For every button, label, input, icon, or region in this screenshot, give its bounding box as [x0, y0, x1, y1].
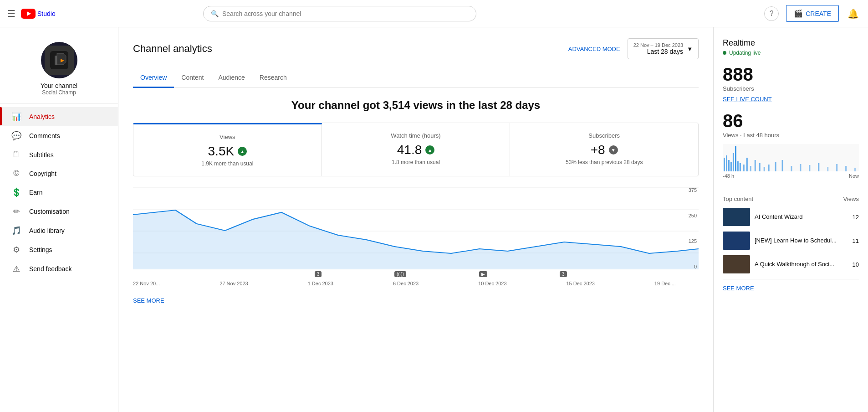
svg-rect-27 — [800, 164, 801, 171]
date-range-period: 22 Nov – 19 Dec 2023 — [633, 42, 683, 48]
sidebar-item-label-earn: Earn — [29, 189, 43, 196]
sidebar-item-analytics[interactable]: 📊Analytics — [0, 107, 118, 126]
svg-rect-30 — [827, 167, 828, 171]
tab-content[interactable]: Content — [174, 68, 211, 88]
top-nav: ☰ Studio 🔍 ? 🎬 CREATE 🔔 — [0, 0, 868, 27]
help-icon[interactable]: ? — [764, 6, 779, 21]
customisation-icon: ✏ — [11, 206, 22, 216]
sidebar-item-copyright[interactable]: ©Copyright — [0, 164, 118, 183]
advanced-mode-link[interactable]: ADVANCED MODE — [568, 46, 620, 52]
svg-rect-9 — [724, 158, 725, 171]
subscribers-down-badge: ▼ — [609, 145, 618, 154]
create-button[interactable]: 🎬 CREATE — [786, 5, 839, 22]
date-range-text: 22 Nov – 19 Dec 2023 Last 28 days — [633, 42, 683, 55]
nav-item-wrap-earn: 💲Earn — [0, 183, 118, 202]
hamburger-icon[interactable]: ☰ — [7, 8, 15, 19]
views-heading: Your channel got 3,514 views in the last… — [133, 99, 699, 112]
realtime-title: Realtime — [723, 38, 859, 48]
subscribers-count: 888 — [723, 65, 859, 83]
content-item-1: AI Content Wizard 12 — [723, 208, 859, 226]
search-input[interactable] — [222, 10, 469, 17]
stat-value-row-watch-time: 41.8 ▲ — [397, 143, 435, 157]
chart-svg — [133, 187, 699, 269]
chevron-down-icon: ▼ — [687, 46, 693, 52]
sidebar-item-label-audio-library: Audio library — [29, 227, 65, 234]
content-info-2: [NEW] Learn How to Schedul... — [755, 237, 848, 245]
stat-card-subscribers[interactable]: Subscribers +8 ▼ 53% less than previous … — [510, 123, 698, 176]
nav-items: 📊Analytics💬Comments🗒Subtitles©Copyright💲… — [0, 107, 118, 278]
views-col-header: Views — [843, 196, 859, 202]
views-48h-label: Views · Last 48 hours — [723, 132, 859, 139]
chart-with-axis: 375 250 125 0 — [133, 187, 699, 269]
yt-studio-logo[interactable]: Studio — [21, 9, 56, 19]
time-label-right: Now — [849, 173, 859, 179]
sidebar-item-comments[interactable]: 💬Comments — [0, 126, 118, 145]
date-range-selector[interactable]: 22 Nov – 19 Dec 2023 Last 28 days ▼ — [628, 38, 699, 59]
x-label-4: 6 Dec 2023 — [393, 281, 419, 286]
content-item-2: [NEW] Learn How to Schedul... 11 — [723, 232, 859, 250]
svg-rect-13 — [733, 153, 734, 171]
content-views-1: 12 — [853, 214, 859, 221]
sidebar-item-label-subtitles: Subtitles — [29, 151, 54, 159]
y-label-375: 375 — [689, 187, 697, 193]
stat-value-views: 3.5K — [208, 144, 235, 159]
sidebar-item-subtitles[interactable]: 🗒Subtitles — [0, 145, 118, 164]
sidebar-item-earn[interactable]: 💲Earn — [0, 183, 118, 202]
content-info-3: A Quick Walkthrough of Soci... — [755, 261, 848, 268]
sidebar: Your channel Social Champ 📊Analytics💬Com… — [0, 27, 118, 412]
tab-audience[interactable]: Audience — [211, 68, 252, 88]
svg-rect-19 — [750, 166, 751, 171]
stat-change-views: 1.9K more than usual — [201, 160, 253, 167]
nav-item-wrap-customisation: ✏Customisation — [0, 202, 118, 221]
svg-rect-16 — [740, 163, 741, 171]
x-label-3: 1 Dec 2023 — [308, 281, 333, 286]
top-content-title: Top content — [723, 196, 753, 202]
nav-item-wrap-comments: 💬Comments — [0, 126, 118, 145]
tabs: Overview Content Audience Research — [133, 68, 699, 88]
content-info-1: AI Content Wizard — [755, 213, 848, 221]
sidebar-item-settings[interactable]: ⚙Settings — [0, 240, 118, 259]
search-bar[interactable]: 🔍 — [203, 6, 476, 21]
sidebar-item-audio-library[interactable]: 🎵Audio library — [0, 221, 118, 240]
audio-library-icon: 🎵 — [11, 226, 22, 236]
y-label-0: 0 — [694, 264, 697, 269]
content-views-3: 10 — [853, 261, 859, 268]
svg-rect-14 — [735, 146, 736, 171]
channel-logo-svg — [48, 49, 71, 72]
sidebar-item-label-analytics: Analytics — [29, 113, 55, 120]
search-icon: 🔍 — [211, 10, 219, 17]
svg-rect-24 — [775, 162, 776, 171]
see-more-link[interactable]: SEE MORE — [133, 297, 699, 304]
page-header: Channel analytics ADVANCED MODE 22 Nov –… — [133, 38, 699, 59]
marker-broadcast: ((·)) — [394, 271, 406, 277]
nav-item-wrap-settings: ⚙Settings — [0, 240, 118, 259]
notification-icon[interactable]: 🔔 — [846, 6, 861, 21]
nav-item-wrap-send-feedback: ⚠Send feedback — [0, 259, 118, 278]
nav-right: ? 🎬 CREATE 🔔 — [764, 5, 861, 22]
x-label-5: 10 Dec 2023 — [478, 281, 506, 286]
live-indicator: Updating live — [723, 50, 859, 56]
stat-card-watch-time[interactable]: Watch time (hours) 41.8 ▲ 1.8 more than … — [322, 123, 511, 176]
stat-card-views[interactable]: Views 3.5K ▲ 1.9K more than usual — [133, 123, 322, 176]
content-title-1: AI Content Wizard — [755, 213, 848, 221]
realtime-see-more-link[interactable]: SEE MORE — [723, 279, 859, 292]
tab-overview[interactable]: Overview — [133, 68, 174, 88]
svg-rect-18 — [746, 158, 748, 171]
stat-label-watch-time: Watch time (hours) — [391, 132, 440, 139]
avatar-image — [45, 46, 74, 75]
sidebar-item-customisation[interactable]: ✏Customisation — [0, 202, 118, 221]
nav-item-wrap-analytics: 📊Analytics — [0, 107, 118, 126]
svg-rect-32 — [845, 166, 847, 171]
see-live-count-link[interactable]: SEE LIVE COUNT — [723, 96, 859, 103]
content-title-3: A Quick Walkthrough of Soci... — [755, 261, 848, 268]
sidebar-item-send-feedback[interactable]: ⚠Send feedback — [0, 259, 118, 278]
svg-rect-25 — [782, 160, 783, 171]
earn-icon: 💲 — [11, 187, 22, 197]
tab-research[interactable]: Research — [252, 68, 294, 88]
main-layout: Your channel Social Champ 📊Analytics💬Com… — [0, 27, 868, 412]
chart-container: 375 250 125 0 3 ((·)) ▶ 3 22 Nov 20... 2… — [133, 184, 699, 290]
mini-chart-svg — [723, 144, 859, 171]
svg-rect-15 — [737, 161, 739, 171]
stat-value-watch-time: 41.8 — [397, 143, 422, 157]
realtime-panel: Realtime Updating live 888 Subscribers S… — [713, 27, 868, 412]
